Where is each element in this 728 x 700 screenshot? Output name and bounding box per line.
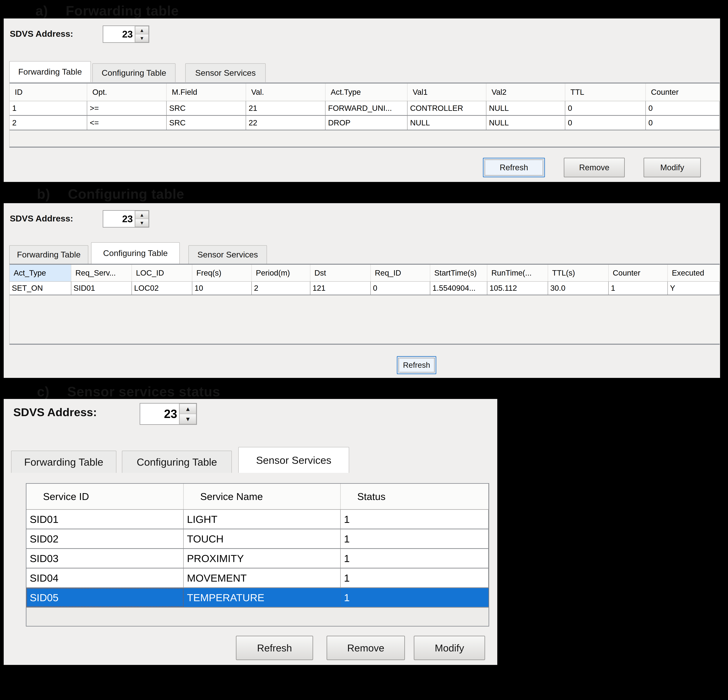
table-cell[interactable]: PROXIMITY: [183, 549, 341, 568]
column-header[interactable]: Period(m): [252, 265, 311, 281]
table-cell[interactable]: LIGHT: [183, 510, 341, 528]
tab-sensor-services[interactable]: Sensor Services: [238, 447, 349, 473]
column-header[interactable]: Opt.: [87, 84, 167, 101]
sdvs-address-value[interactable]: 23: [140, 404, 179, 424]
table-cell[interactable]: 0: [646, 101, 720, 115]
column-header[interactable]: Req_Serv...: [71, 265, 132, 281]
column-header[interactable]: Act_Type: [10, 265, 71, 281]
table-cell[interactable]: <=: [87, 116, 167, 130]
column-header[interactable]: Service Name: [183, 484, 341, 509]
sdvs-address-value[interactable]: 23: [103, 26, 135, 42]
column-header[interactable]: M.Field: [167, 84, 246, 101]
table-row[interactable]: 2<=SRC22DROPNULLNULL00: [10, 116, 720, 130]
column-header[interactable]: Val1: [407, 84, 486, 101]
table-cell[interactable]: SID04: [26, 569, 183, 587]
table-row[interactable]: SID03PROXIMITY1: [26, 549, 488, 569]
table-cell[interactable]: SID01: [26, 510, 183, 528]
modify-button[interactable]: Modify: [414, 636, 485, 660]
table-cell[interactable]: 0: [565, 116, 646, 130]
sdvs-address-value[interactable]: 23: [103, 211, 135, 227]
table-cell[interactable]: CONTROLLER: [407, 101, 486, 115]
column-header[interactable]: Executed: [668, 265, 720, 281]
column-header[interactable]: StartTime(s): [430, 265, 487, 281]
table-cell[interactable]: 0: [565, 101, 646, 115]
table-cell[interactable]: 1: [341, 588, 488, 607]
table-row[interactable]: SET_ONSID01LOC0210212101.5540904...105.1…: [10, 281, 720, 295]
table-cell[interactable]: SID05: [26, 588, 183, 607]
table-cell[interactable]: 1.5540904...: [430, 281, 487, 294]
table-cell[interactable]: TEMPERATURE: [183, 588, 341, 607]
table-cell[interactable]: 2: [252, 281, 311, 294]
table-cell[interactable]: MOVEMENT: [183, 569, 341, 587]
sdvs-address-spinner[interactable]: 23 ▲ ▼: [103, 210, 149, 228]
refresh-button[interactable]: Refresh: [397, 356, 436, 374]
table-cell[interactable]: SID01: [71, 281, 132, 294]
column-header[interactable]: Counter: [609, 265, 668, 281]
table-row[interactable]: SID01LIGHT1: [26, 510, 488, 529]
table-cell[interactable]: TOUCH: [183, 529, 341, 548]
table-cell[interactable]: 105.112: [487, 281, 548, 294]
table-cell[interactable]: DROP: [325, 116, 407, 130]
spinner-down-icon[interactable]: ▼: [135, 219, 149, 227]
column-header[interactable]: Service ID: [26, 484, 183, 509]
sdvs-address-spinner[interactable]: 23 ▲ ▼: [103, 26, 149, 43]
spinner-up-icon[interactable]: ▲: [179, 404, 196, 414]
spinner-down-icon[interactable]: ▼: [179, 414, 196, 424]
tab-configuring-table[interactable]: Configuring Table: [122, 451, 232, 473]
column-header[interactable]: LOC_ID: [132, 265, 192, 281]
column-header[interactable]: Act.Type: [325, 84, 407, 101]
table-cell[interactable]: SID03: [26, 549, 183, 568]
spinner-up-icon[interactable]: ▲: [135, 211, 149, 219]
table-cell[interactable]: 21: [246, 101, 325, 115]
table-cell[interactable]: 10: [192, 281, 252, 294]
table-cell[interactable]: 2: [10, 116, 87, 130]
table-cell[interactable]: SID02: [26, 529, 183, 548]
table-cell[interactable]: SRC: [167, 101, 246, 115]
table-cell[interactable]: NULL: [486, 101, 565, 115]
table-cell[interactable]: 1: [341, 549, 488, 568]
table-cell[interactable]: 121: [311, 281, 371, 294]
spinner-down-icon[interactable]: ▼: [135, 34, 149, 42]
table-cell[interactable]: >=: [87, 101, 167, 115]
tab-forwarding-table[interactable]: Forwarding Table: [11, 451, 116, 473]
column-header[interactable]: RunTime(...: [487, 265, 548, 281]
column-header[interactable]: TTL: [565, 84, 646, 101]
column-header[interactable]: Req_ID: [371, 265, 430, 281]
table-cell[interactable]: 0: [371, 281, 430, 294]
table-cell[interactable]: SET_ON: [10, 281, 71, 294]
sdvs-address-spinner[interactable]: 23 ▲ ▼: [140, 403, 197, 425]
column-header[interactable]: Freq(s): [192, 265, 252, 281]
column-header[interactable]: Dst: [311, 265, 371, 281]
table-cell[interactable]: 1: [341, 569, 488, 587]
column-header[interactable]: Counter: [646, 84, 720, 101]
column-header[interactable]: Val2: [486, 84, 565, 101]
table-cell[interactable]: NULL: [486, 116, 565, 130]
tab-configuring-table[interactable]: Configuring Table: [92, 64, 175, 82]
refresh-button[interactable]: Refresh: [236, 636, 313, 660]
table-cell[interactable]: 1: [609, 281, 668, 294]
remove-button[interactable]: Remove: [326, 636, 405, 660]
tab-forwarding-table[interactable]: Forwarding Table: [9, 245, 88, 264]
modify-button[interactable]: Modify: [644, 158, 701, 177]
table-cell[interactable]: FORWARD_UNI...: [325, 101, 407, 115]
remove-button[interactable]: Remove: [564, 158, 625, 177]
table-cell[interactable]: 22: [246, 116, 325, 130]
table-row[interactable]: SID05TEMPERATURE1: [26, 588, 488, 608]
table-cell[interactable]: SRC: [167, 116, 246, 130]
table-cell[interactable]: Y: [668, 281, 720, 294]
table-cell[interactable]: 1: [341, 510, 488, 528]
tab-forwarding-table[interactable]: Forwarding Table: [9, 61, 91, 82]
tab-configuring-table[interactable]: Configuring Table: [91, 242, 180, 264]
tab-sensor-services[interactable]: Sensor Services: [188, 245, 267, 264]
table-row[interactable]: SID04MOVEMENT1: [26, 569, 488, 588]
column-header[interactable]: TTL(s): [548, 265, 609, 281]
column-header[interactable]: Val.: [246, 84, 325, 101]
spinner-up-icon[interactable]: ▲: [135, 26, 149, 34]
column-header[interactable]: ID: [10, 84, 87, 101]
tab-sensor-services[interactable]: Sensor Services: [185, 64, 266, 82]
table-row[interactable]: 1>=SRC21FORWARD_UNI...CONTROLLERNULL00: [10, 101, 720, 116]
table-cell[interactable]: 1: [10, 101, 87, 115]
refresh-button[interactable]: Refresh: [483, 158, 545, 177]
table-row[interactable]: SID02TOUCH1: [26, 529, 488, 549]
table-cell[interactable]: 0: [646, 116, 720, 130]
